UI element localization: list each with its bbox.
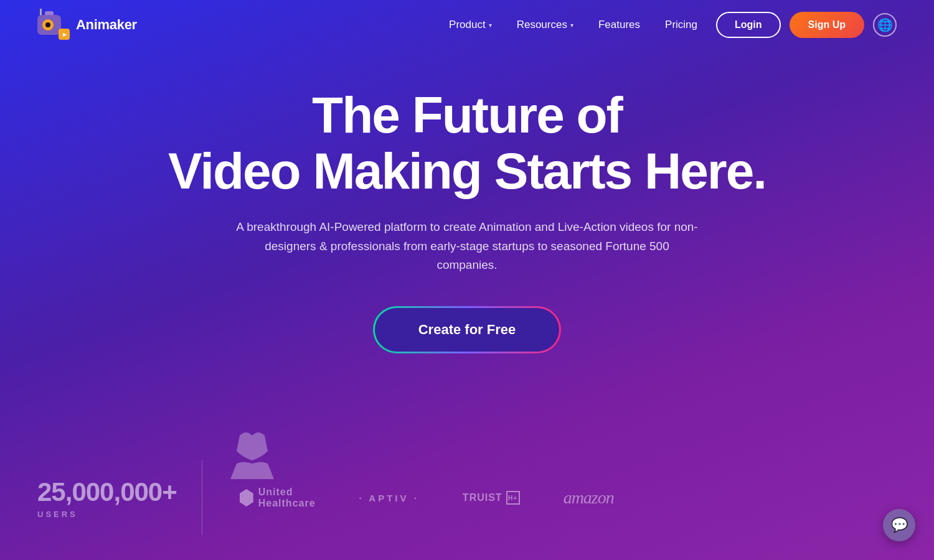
stats-block: 25,000,000+ USERS (37, 477, 177, 519)
logo-united-healthcare: UnitedHealthcare (240, 487, 316, 509)
hero-section: The Future of Video Making Starts Here. … (0, 50, 934, 378)
nav-resources[interactable]: Resources ▾ (517, 19, 573, 31)
truist-logo-box: H+ (506, 491, 520, 505)
stats-label: USERS (37, 510, 78, 519)
divider (202, 460, 202, 535)
globe-icon: 🌐 (877, 17, 893, 32)
chat-button[interactable]: 💬 (883, 509, 915, 541)
navbar: Animaker Product ▾ Resources ▾ Features … (0, 0, 934, 50)
logo-truist: TRUIST H+ (463, 491, 520, 505)
nav-links: Product ▾ Resources ▾ Features Pricing (449, 19, 697, 31)
bottom-section: 25,000,000+ USERS UnitedHealthcare · APT… (0, 436, 934, 560)
chevron-down-icon: ▾ (489, 22, 492, 29)
logo[interactable]: Animaker (37, 9, 137, 41)
chat-icon: 💬 (891, 517, 908, 533)
nav-pricing[interactable]: Pricing (665, 19, 697, 31)
language-button[interactable]: 🌐 (873, 13, 897, 37)
united-healthcare-icon (240, 489, 253, 506)
signup-button[interactable]: Sign Up (790, 12, 864, 38)
create-free-button[interactable]: Create for Free (373, 306, 562, 353)
chevron-down-icon: ▾ (570, 22, 573, 29)
logo-amazon: amazon (564, 488, 614, 508)
logo-aptiv: · APTIV · (359, 493, 419, 503)
hero-title: The Future of Video Making Starts Here. (12, 87, 922, 199)
stats-number: 25,000,000+ (37, 477, 177, 507)
hero-subtitle: A breakthrough AI-Powered platform to cr… (234, 218, 700, 274)
logo-icon (37, 9, 70, 41)
nav-features[interactable]: Features (598, 19, 640, 31)
login-button[interactable]: Login (716, 12, 781, 38)
logos-row: UnitedHealthcare · APTIV · TRUIST H+ ama… (240, 487, 897, 509)
nav-product[interactable]: Product ▾ (449, 19, 492, 31)
brand-name: Animaker (76, 17, 137, 33)
nav-actions: Login Sign Up 🌐 (716, 12, 897, 38)
